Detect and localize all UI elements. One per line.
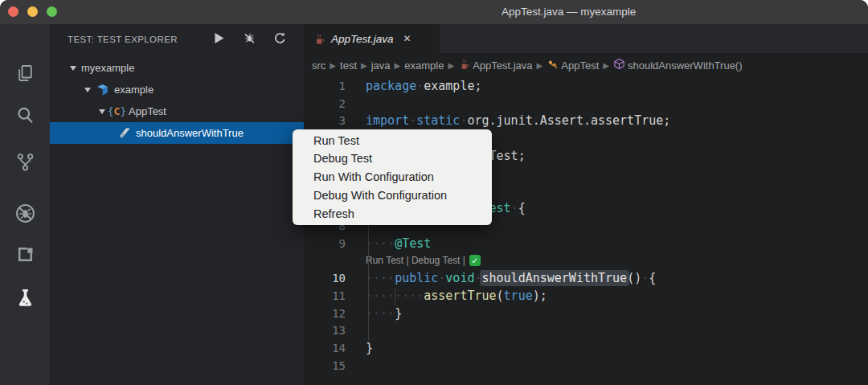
codelens-run-debug-link[interactable]: Run Test | Debug Test | bbox=[366, 255, 465, 266]
code-line-1: 1package·example; bbox=[304, 77, 868, 95]
breadcrumb-item-java[interactable]: java bbox=[371, 59, 391, 72]
breadcrumb-label: AppTest bbox=[561, 59, 599, 72]
window-title: AppTest.java — myexample bbox=[502, 6, 636, 18]
activity-item-debug[interactable] bbox=[11, 201, 39, 228]
java-icon bbox=[313, 32, 326, 45]
search-icon bbox=[14, 104, 36, 129]
play-icon bbox=[212, 31, 226, 48]
menu-item-debug-with-configuration[interactable]: Debug With Configuration bbox=[293, 186, 492, 205]
code-editor[interactable]: 1package·example;23import·static·org.jun… bbox=[304, 77, 868, 385]
code-line-3: 3import·static·org.junit.Assert.assertTr… bbox=[304, 113, 868, 130]
refresh-icon bbox=[273, 31, 287, 48]
vscode-window: AppTest.java — myexample TEST: TEST EXPL… bbox=[0, 0, 868, 385]
indent-guide bbox=[368, 219, 369, 341]
files-icon bbox=[14, 63, 36, 88]
activity-item-search[interactable] bbox=[11, 103, 39, 130]
close-button[interactable] bbox=[8, 6, 18, 17]
tree-item-shouldAnswerWithTrue[interactable]: shouldAnswerWithTrue bbox=[50, 122, 304, 144]
line-content: ····@Test bbox=[366, 236, 868, 251]
breadcrumb-label: src bbox=[312, 59, 326, 72]
breadcrumb-separator-icon: ▶ bbox=[448, 61, 454, 70]
tree-item-example[interactable]: example bbox=[50, 79, 304, 100]
run-all-tests-button[interactable] bbox=[209, 30, 228, 49]
activity-item-explorer[interactable] bbox=[11, 61, 39, 88]
code-line-14: 14} bbox=[304, 339, 868, 357]
tree-item-label: example bbox=[114, 84, 154, 96]
code-line-2: 2 bbox=[304, 95, 868, 113]
class-icon bbox=[547, 58, 561, 72]
tree-item-AppTest[interactable]: {C}AppTest bbox=[50, 100, 304, 122]
line-content: ········assertTrue(true); bbox=[366, 289, 868, 303]
activity-item-test-explorer[interactable] bbox=[11, 285, 39, 313]
breadcrumb-item-apptest-java[interactable]: AppTest.java bbox=[458, 58, 532, 72]
debug-all-tests-button[interactable] bbox=[240, 30, 259, 49]
no-bug-icon bbox=[14, 203, 36, 227]
breadcrumb-item-example[interactable]: example bbox=[404, 59, 444, 72]
method-cube-icon bbox=[613, 58, 628, 72]
breadcrumb-label: java bbox=[371, 59, 391, 72]
code-line-12: 12····} bbox=[304, 305, 868, 322]
breadcrumb-item-test[interactable]: test bbox=[340, 59, 357, 72]
title-bar: AppTest.java — myexample bbox=[0, 0, 868, 24]
breadcrumb-label: example bbox=[404, 59, 444, 72]
package-icon bbox=[96, 83, 109, 96]
sidebar-test-explorer: TEST: TEST EXPLORER myexampleexample{C}A… bbox=[50, 24, 304, 385]
breadcrumb-separator-icon: ▶ bbox=[330, 61, 336, 70]
tree-item-label: AppTest bbox=[129, 105, 166, 117]
code-line-10: 10····public·void·shouldAnswerWithTrue()… bbox=[304, 269, 868, 287]
breadcrumb-label: test bbox=[340, 59, 357, 72]
code-line-13: 13 bbox=[304, 322, 868, 340]
branch-icon bbox=[14, 151, 36, 176]
breadcrumb-separator-icon: ▶ bbox=[603, 61, 609, 70]
class-braces-icon: {C} bbox=[110, 104, 124, 118]
breadcrumb-item-apptest[interactable]: AppTest bbox=[547, 58, 599, 72]
test-tree: myexampleexample{C}AppTestshouldAnswerWi… bbox=[50, 57, 304, 144]
line-number: 14 bbox=[304, 342, 366, 354]
extensions-icon bbox=[14, 244, 36, 268]
line-content: ····} bbox=[366, 306, 868, 321]
tab-bar: AppTest.java ✕ bbox=[304, 24, 868, 53]
sidebar-header: TEST: TEST EXPLORER bbox=[50, 24, 304, 55]
breadcrumb-item-shouldanswerwithtrue[interactable]: shouldAnswerWithTrue() bbox=[613, 58, 743, 72]
sidebar-actions bbox=[209, 30, 289, 49]
zoom-button[interactable] bbox=[47, 6, 57, 17]
line-number: 12 bbox=[304, 307, 366, 320]
line-number: 15 bbox=[304, 359, 366, 372]
minimize-button[interactable] bbox=[27, 6, 38, 17]
menu-item-debug-test[interactable]: Debug Test bbox=[293, 149, 492, 168]
tab-label: AppTest.java bbox=[331, 33, 394, 45]
breadcrumb-separator-icon: ▶ bbox=[395, 61, 401, 70]
tree-item-myexample[interactable]: myexample bbox=[50, 57, 304, 79]
sidebar-title: TEST: TEST EXPLORER bbox=[68, 35, 178, 44]
test-passed-check-icon: ✓ bbox=[469, 255, 481, 266]
code-line-11: 11········assertTrue(true); bbox=[304, 287, 868, 305]
tab-close-icon[interactable]: ✕ bbox=[403, 33, 411, 44]
twistie-expanded-icon[interactable] bbox=[84, 86, 92, 94]
bug-slash-icon bbox=[243, 31, 256, 48]
code-line-9: 9····@Test bbox=[304, 235, 868, 252]
indent-guide bbox=[395, 288, 395, 305]
line-content: import·static·org.junit.Assert.assertTru… bbox=[366, 113, 868, 128]
menu-item-refresh[interactable]: Refresh bbox=[293, 205, 492, 223]
tree-item-label: myexample bbox=[81, 62, 134, 74]
activity-bar bbox=[0, 24, 50, 385]
menu-item-run-test[interactable]: Run Test bbox=[293, 132, 492, 150]
twistie-expanded-icon[interactable] bbox=[69, 64, 77, 72]
menu-item-run-with-configuration[interactable]: Run With Configuration bbox=[293, 168, 492, 186]
line-number: 11 bbox=[304, 289, 366, 302]
activity-item-source-control[interactable] bbox=[11, 149, 39, 177]
line-number: 13 bbox=[304, 324, 366, 337]
code-line-15: 15 bbox=[304, 357, 868, 375]
java-icon bbox=[458, 58, 473, 72]
twistie-expanded-icon[interactable] bbox=[98, 108, 106, 116]
breadcrumb-item-src[interactable]: src bbox=[312, 59, 326, 72]
line-content: ····public·void·shouldAnswerWithTrue()·{ bbox=[366, 271, 868, 285]
activity-item-extensions[interactable] bbox=[11, 242, 39, 269]
tab-apptest-java[interactable]: AppTest.java ✕ bbox=[304, 24, 440, 53]
line-content: package·example; bbox=[366, 79, 868, 93]
test-tube-icon bbox=[117, 126, 131, 140]
refresh-tests-button[interactable] bbox=[270, 30, 289, 49]
tree-item-label: shouldAnswerWithTrue bbox=[136, 127, 244, 139]
line-number: 10 bbox=[304, 272, 366, 285]
line-number: 1 bbox=[304, 80, 366, 92]
